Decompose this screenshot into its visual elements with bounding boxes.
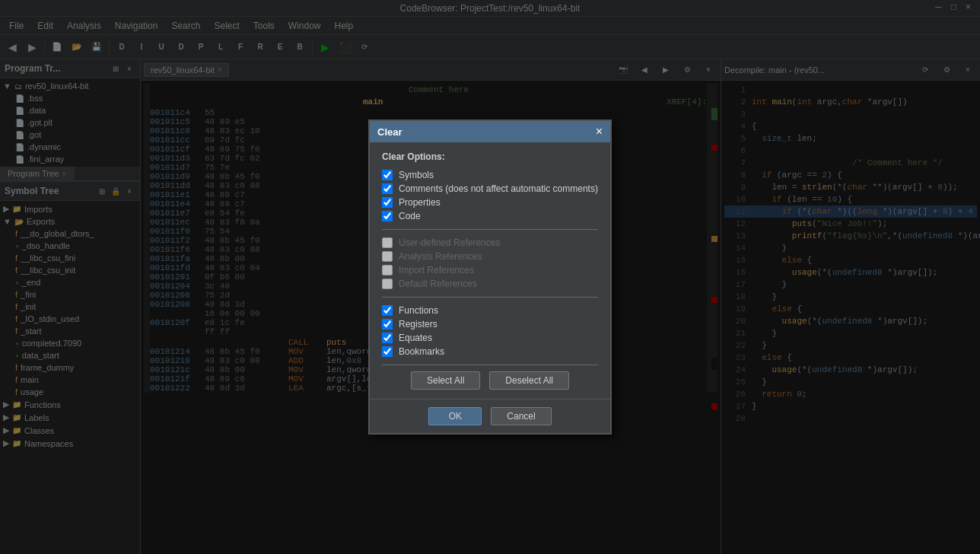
checkbox-symbols-label: Symbols [399, 170, 434, 180]
ok-button[interactable]: OK [428, 407, 482, 425]
modal-body: Clear Options: Symbols Comments (does no… [370, 142, 610, 399]
checkbox-default-refs-input [382, 279, 393, 289]
checkbox-default-refs: Default References [382, 277, 598, 291]
checkbox-code-label: Code [399, 211, 421, 221]
checkbox-bookmarks-label: Bookmarks [399, 346, 444, 357]
checkbox-import-refs-label: Import References [399, 265, 474, 275]
checkbox-equates: Equates [382, 331, 598, 345]
checkbox-code: Code [382, 209, 598, 223]
checkbox-comments: Comments (does not affect automatic comm… [382, 182, 598, 196]
checkbox-userdef-refs-label: User-defined References [399, 237, 500, 248]
clear-modal: Clear × Clear Options: Symbols Comments … [368, 119, 612, 435]
checkbox-userdef-refs: User-defined References [382, 236, 598, 250]
modal-title: Clear [377, 126, 402, 138]
checkbox-analysis-refs: Analysis References [382, 250, 598, 263]
modal-title-bar: Clear × [370, 121, 610, 142]
checkbox-import-refs: Import References [382, 263, 598, 277]
checkbox-properties-label: Properties [399, 197, 441, 208]
checkbox-userdef-refs-input [382, 237, 393, 248]
checkbox-comments-label: Comments (does not affect automatic comm… [399, 183, 598, 194]
checkbox-registers-label: Registers [399, 319, 438, 330]
modal-close-btn[interactable]: × [596, 126, 603, 138]
modal-divider3 [382, 365, 598, 365]
modal-overlay[interactable]: Clear × Clear Options: Symbols Comments … [0, 0, 980, 554]
checkbox-bookmarks-input[interactable] [382, 346, 393, 357]
checkbox-functions: Functions [382, 304, 598, 317]
checkbox-symbols-input[interactable] [382, 170, 393, 180]
checkbox-properties: Properties [382, 196, 598, 209]
select-all-button[interactable]: Select All [411, 371, 480, 390]
checkbox-equates-label: Equates [399, 333, 432, 343]
modal-divider2 [382, 297, 598, 298]
checkbox-symbols: Symbols [382, 168, 598, 182]
checkbox-functions-label: Functions [399, 305, 438, 316]
checkbox-analysis-refs-input [382, 251, 393, 262]
checkbox-import-refs-input [382, 265, 393, 275]
checkbox-functions-input[interactable] [382, 305, 393, 316]
checkbox-analysis-refs-label: Analysis References [399, 251, 482, 262]
checkbox-properties-input[interactable] [382, 197, 393, 208]
checkbox-equates-input[interactable] [382, 333, 393, 343]
checkbox-code-input[interactable] [382, 211, 393, 221]
modal-footer: OK Cancel [370, 399, 610, 433]
checkbox-registers: Registers [382, 317, 598, 331]
deselect-all-button[interactable]: Deselect All [489, 371, 569, 390]
checkbox-registers-input[interactable] [382, 319, 393, 330]
modal-divider1 [382, 229, 598, 230]
cancel-button[interactable]: Cancel [491, 407, 551, 425]
modal-section-label: Clear Options: [382, 151, 598, 162]
checkbox-bookmarks: Bookmarks [382, 345, 598, 358]
checkbox-default-refs-label: Default References [399, 279, 477, 289]
checkbox-comments-input[interactable] [382, 183, 393, 194]
